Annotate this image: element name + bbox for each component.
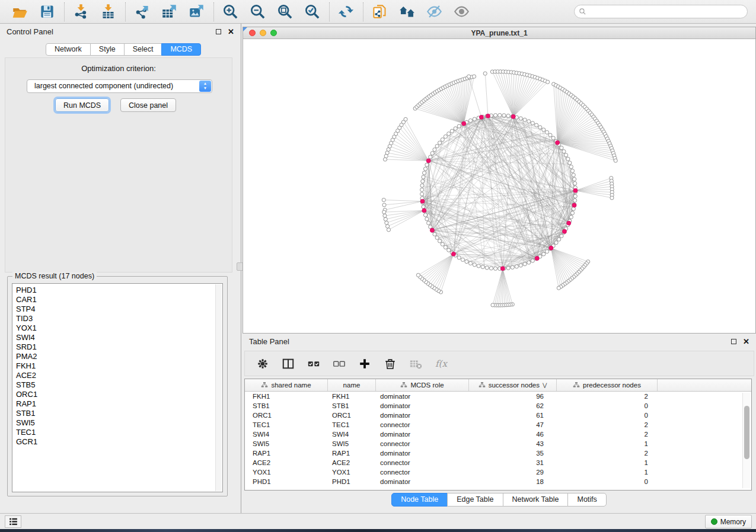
save-session-icon: [39, 4, 55, 20]
column-header-shared-name[interactable]: shared name: [245, 379, 328, 391]
export-network-button[interactable]: [133, 3, 151, 21]
table-cell: SWI5: [328, 440, 376, 447]
show-all-button[interactable]: [453, 3, 471, 21]
duplicate-network-button[interactable]: [371, 3, 389, 21]
column-header-name[interactable]: name: [328, 379, 376, 391]
close-window-icon[interactable]: [249, 30, 256, 36]
add-column-button[interactable]: [358, 357, 372, 371]
maximize-window-icon[interactable]: [270, 30, 277, 36]
table-row[interactable]: SWI5SWI5connector431: [245, 439, 751, 448]
tab-node-table[interactable]: Node Table: [391, 493, 448, 507]
tab-network[interactable]: Network: [46, 43, 91, 56]
mcds-result-item: TEC1: [16, 428, 214, 437]
import-network-icon: [73, 4, 89, 20]
table-cell: 61: [469, 412, 557, 419]
table-scrollbar-thumb[interactable]: [744, 406, 749, 459]
column-header-successor-nodes[interactable]: successor nodes⋁: [469, 379, 557, 391]
mcds-list-scrollbar[interactable]: [215, 284, 222, 491]
table-cell: 2: [557, 421, 658, 428]
tab-style[interactable]: Style: [90, 43, 125, 56]
tab-mcds[interactable]: MCDS: [161, 43, 201, 56]
tree-icon: [400, 382, 407, 389]
network-window-titlebar[interactable]: YPA_prune.txt_1: [243, 27, 755, 39]
zoom-out-button[interactable]: [249, 3, 267, 21]
table-row[interactable]: FKH1FKH1dominator962: [245, 392, 751, 401]
select-all-icon: [307, 357, 320, 370]
table-scrollbar[interactable]: [742, 393, 750, 488]
mcds-result-title: MCDS result (17 nodes): [12, 272, 97, 280]
table-row[interactable]: RAP1RAP1dominator352: [245, 448, 751, 458]
table-row[interactable]: PHD1PHD1dominator180: [245, 477, 751, 486]
table-row[interactable]: SWI4SWI4dominator462: [245, 430, 751, 439]
memory-status-icon: [711, 518, 717, 525]
table-cell: 0: [557, 478, 658, 485]
optimization-criterion-select[interactable]: largest connected component (undirected)…: [27, 79, 212, 93]
tree-icon: [261, 382, 268, 389]
network-canvas[interactable]: [243, 40, 755, 333]
first-neighbors-button[interactable]: [398, 3, 416, 21]
mcds-result-item: STB1: [16, 409, 214, 418]
network-window-title: YPA_prune.txt_1: [471, 29, 527, 37]
table-cell: 0: [557, 412, 658, 419]
select-stepper-icon: ▲▼: [199, 81, 211, 92]
tab-network-table[interactable]: Network Table: [503, 493, 569, 507]
table-cell: PHD1: [245, 478, 328, 485]
table-cell: RAP1: [245, 450, 328, 457]
mcds-result-item: FKH1: [16, 361, 214, 371]
table-header-row: shared namenameMCDS rolesuccessor nodes⋁…: [245, 379, 751, 392]
table-row[interactable]: YOX1YOX1connector291: [245, 467, 751, 477]
zoom-in-button[interactable]: [222, 3, 240, 21]
table-row[interactable]: TEC1TEC1connector472: [245, 420, 751, 430]
hide-selected-button[interactable]: [426, 3, 444, 21]
close-table-panel-icon[interactable]: ✕: [743, 339, 749, 344]
deselect-all-button[interactable]: [333, 357, 347, 371]
table-panel-tabs: Node TableEdge TableNetwork TableMotifs: [243, 493, 756, 507]
export-network-icon: [134, 4, 150, 20]
table-row[interactable]: ACE2ACE2connector311: [245, 458, 751, 467]
tab-motifs[interactable]: Motifs: [567, 493, 606, 507]
column-layout-button[interactable]: [282, 357, 296, 371]
task-history-button[interactable]: [5, 515, 21, 528]
search-box[interactable]: [574, 5, 748, 18]
column-header-MCDS-role[interactable]: MCDS role: [376, 379, 469, 391]
close-panel-icon[interactable]: ✕: [228, 29, 234, 34]
add-column-icon: [358, 357, 371, 370]
table-settings-icon: [256, 357, 269, 370]
table-cell: 43: [469, 440, 557, 447]
refresh-view-button[interactable]: [337, 3, 355, 21]
function-builder-button[interactable]: f(x): [435, 357, 449, 371]
float-panel-icon[interactable]: [216, 29, 221, 34]
table-row[interactable]: ORC1ORC1dominator610: [245, 411, 751, 420]
zoom-selected-button[interactable]: [304, 3, 321, 21]
export-image-icon: [189, 4, 205, 20]
delete-table-button[interactable]: [409, 357, 423, 371]
table-cell: 96: [469, 393, 557, 400]
column-header-predecessor-nodes[interactable]: predecessor nodes: [557, 379, 658, 391]
window-focus-corner: [243, 27, 247, 31]
close-panel-button[interactable]: Close panel: [120, 98, 176, 112]
memory-button[interactable]: Memory: [705, 515, 752, 528]
mcds-result-list[interactable]: PHD1CAR1STP4TID3YOX1SWI4SRD1PMA2FKH1ACE2…: [12, 283, 223, 492]
mcds-result-item: CAR1: [16, 295, 214, 305]
table-cell: TEC1: [245, 421, 328, 428]
table-settings-button[interactable]: [256, 357, 270, 371]
table-row[interactable]: STB1STB1dominator620: [245, 401, 751, 411]
table-cell: 0: [557, 402, 658, 409]
mcds-result-item: ORC1: [16, 390, 214, 399]
import-table-button[interactable]: [100, 3, 117, 21]
export-table-button[interactable]: [161, 3, 178, 21]
minimize-window-icon[interactable]: [260, 30, 266, 36]
export-image-button[interactable]: [188, 3, 206, 21]
mcds-result-group: MCDS result (17 nodes) PHD1CAR1STP4TID3Y…: [7, 276, 228, 496]
search-input[interactable]: [586, 6, 743, 17]
zoom-fit-button[interactable]: [276, 3, 294, 21]
tab-edge-table[interactable]: Edge Table: [447, 493, 503, 507]
import-network-button[interactable]: [72, 3, 90, 21]
save-session-button[interactable]: [39, 3, 56, 21]
tab-select[interactable]: Select: [124, 43, 162, 56]
float-table-panel-icon[interactable]: [731, 339, 736, 344]
open-file-button[interactable]: [11, 3, 29, 21]
run-mcds-button[interactable]: Run MCDS: [55, 98, 109, 112]
delete-column-button[interactable]: [384, 357, 398, 371]
select-all-button[interactable]: [307, 357, 321, 371]
